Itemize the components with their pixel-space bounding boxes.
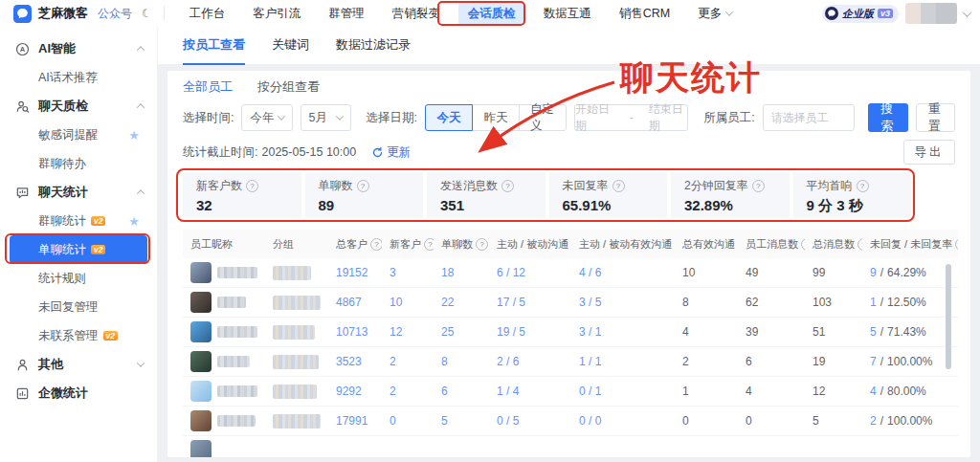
top-nav-marketing-fission[interactable]: 营销裂变 bbox=[383, 3, 450, 25]
avatar[interactable] bbox=[905, 3, 957, 24]
table-row[interactable]: 9292261 / 40 / 114124/80.00% bbox=[183, 377, 958, 407]
cell-staff_messages: 6 bbox=[738, 355, 805, 368]
table-row-partial[interactable] bbox=[183, 436, 958, 457]
help-icon[interactable]: ? bbox=[424, 238, 434, 251]
date-filter-label: 选择日期: bbox=[367, 110, 417, 126]
help-icon[interactable]: ? bbox=[857, 180, 869, 192]
date-shortcut-2[interactable]: 自定义 bbox=[519, 104, 567, 131]
export-button[interactable]: 导出 bbox=[903, 140, 955, 165]
table-row[interactable]: 3523282 / 61 / 126197/100.00% bbox=[183, 347, 958, 377]
date-shortcut-1[interactable]: 昨天 bbox=[472, 104, 520, 131]
avatar bbox=[190, 321, 212, 342]
chevron-down-icon bbox=[335, 112, 343, 120]
vertical-scrollbar[interactable] bbox=[946, 264, 951, 369]
top-nav-more[interactable]: 更多 bbox=[688, 3, 742, 25]
column-header-total-customers[interactable]: 总客户? bbox=[328, 237, 382, 252]
group-cell bbox=[265, 414, 328, 429]
staff-filter-label: 所属员工: bbox=[703, 110, 754, 126]
employee-stats-table: 员工昵称分组总客户?新客户?单聊数?主动 / 被动沟通?主动 / 被动有效沟通?… bbox=[183, 230, 955, 457]
avatar bbox=[190, 292, 212, 313]
column-header-single-chat-count[interactable]: 单聊数? bbox=[434, 237, 489, 252]
stat-value: 65.91% bbox=[563, 197, 655, 213]
table-row[interactable]: 4867102217 / 53 / 58621031/12.50% bbox=[183, 288, 958, 318]
sidebar-item-chat-statistics[interactable]: 聊天统计 bbox=[0, 178, 157, 207]
column-header-unreplied-and-rate[interactable]: 未回复 / 未回复率? bbox=[862, 237, 958, 252]
unreplied-rate: 100.00% bbox=[887, 355, 932, 368]
redacted-group bbox=[273, 385, 317, 399]
tab-data-filter-records[interactable]: 数据过滤记录 bbox=[336, 27, 411, 65]
column-header-total-message-count[interactable]: 总消息数? bbox=[805, 237, 862, 252]
staff-select-input[interactable]: 请选择员工 bbox=[763, 104, 856, 131]
sidebar-item-group-chat-stats[interactable]: 群聊统计v2★ bbox=[10, 207, 147, 235]
help-icon[interactable]: ? bbox=[246, 180, 258, 192]
cell-single_chats: 18 bbox=[434, 266, 489, 279]
month-select[interactable]: 5月 bbox=[301, 104, 351, 131]
sidebar-item-group-chat-todo[interactable]: 群聊待办 bbox=[10, 149, 147, 178]
favorite-star-icon[interactable]: ★ bbox=[128, 215, 140, 228]
table-row[interactable]: 191523186 / 124 / 61049999/64.29% bbox=[183, 258, 958, 288]
date-range-input[interactable]: 开始日期 - 结束日期 bbox=[574, 104, 688, 131]
sidebar-item-statistics-rules[interactable]: 统计规则 bbox=[10, 264, 147, 293]
stat-card-avg-first-response: 平均首响?9 分 3 秒 bbox=[793, 172, 912, 218]
column-header-employee-message-count[interactable]: 员工消息数? bbox=[738, 237, 805, 252]
year-select[interactable]: 今年 bbox=[241, 104, 292, 131]
top-nav-group-management[interactable]: 群管理 bbox=[319, 3, 374, 25]
chat-stats-icon bbox=[15, 186, 30, 200]
help-icon[interactable]: ? bbox=[501, 180, 514, 192]
top-nav-customer-acquisition[interactable]: 客户引流 bbox=[243, 3, 310, 25]
sidebar-item-chat-quality-check[interactable]: 聊天质检 bbox=[0, 92, 157, 121]
column-header-new-customers[interactable]: 新客户? bbox=[382, 237, 434, 252]
column-header-active-passive-communication[interactable]: 主动 / 被动沟通? bbox=[489, 237, 571, 252]
employee-cell bbox=[183, 410, 265, 431]
column-label: 分组 bbox=[273, 237, 294, 252]
sidebar-item-label: 统计规则 bbox=[38, 271, 86, 287]
sidebar-item-wecom-statistics[interactable]: 企微统计 bbox=[0, 379, 157, 407]
sidebar-item-sensitive-word-reminder[interactable]: 敏感词提醒★ bbox=[10, 121, 147, 149]
help-icon[interactable]: ? bbox=[370, 238, 382, 251]
sidebar-item-ai-intelligence[interactable]: AAI智能 bbox=[0, 34, 157, 63]
column-header-employee-nickname[interactable]: 员工昵称 bbox=[183, 237, 265, 252]
tab-keywords[interactable]: 关键词 bbox=[272, 27, 309, 65]
sidebar-item-others[interactable]: 其他 bbox=[0, 350, 157, 379]
help-icon[interactable]: ? bbox=[752, 180, 765, 192]
top-nav-data-interchange[interactable]: 数据互通 bbox=[534, 3, 601, 25]
sidebar-item-single-chat-stats[interactable]: 单聊统计v2 bbox=[10, 235, 147, 264]
cell-new_customers: 2 bbox=[382, 385, 434, 398]
column-header-active-passive-valid-communication[interactable]: 主动 / 被动有效沟通? bbox=[571, 237, 675, 252]
column-header-total-valid-communication[interactable]: 总有效沟通? bbox=[675, 237, 738, 252]
cell-unreplied-rate: 5/71.43% bbox=[862, 325, 958, 339]
help-icon[interactable]: ? bbox=[612, 180, 625, 192]
dark-mode-icon[interactable]: ☾ bbox=[142, 7, 152, 20]
sidebar-item-label: AI话术推荐 bbox=[38, 70, 98, 86]
topbar-right: 企业版 v3 bbox=[822, 3, 970, 24]
tab-view-by-employee[interactable]: 按员工查看 bbox=[183, 27, 245, 65]
help-icon[interactable]: ? bbox=[357, 180, 369, 192]
sidebar-item-ai-script-recommend[interactable]: AI话术推荐 bbox=[10, 63, 147, 92]
column-header-group[interactable]: 分组 bbox=[265, 237, 328, 252]
unreplied-rate: 71.43% bbox=[887, 325, 926, 339]
brand-tag[interactable]: 公众号 bbox=[98, 6, 132, 22]
refresh-control[interactable]: 更新 bbox=[371, 144, 411, 161]
help-icon[interactable]: ? bbox=[955, 238, 958, 251]
sidebar-item-uncontacted-management[interactable]: 未联系管理v2 bbox=[10, 321, 147, 350]
reset-button[interactable]: 重置 bbox=[916, 103, 955, 132]
cell-valid_active_passive: 1 / 1 bbox=[571, 355, 675, 368]
sidebar-item-unreplied-management[interactable]: 未回复管理 bbox=[10, 293, 147, 321]
stats-row: 新客户数?32单聊数?89发送消息数?351未回复率?65.91%2分钟回复率?… bbox=[183, 172, 911, 218]
cell-total_messages: 19 bbox=[805, 355, 862, 368]
favorite-star-icon[interactable]: ★ bbox=[128, 129, 140, 142]
date-shortcut-0[interactable]: 今天 bbox=[425, 104, 473, 131]
subtab-all-employees[interactable]: 全部员工 bbox=[183, 78, 233, 96]
chevron-down-icon[interactable] bbox=[963, 8, 972, 17]
app: 芝麻微客 公众号 ☾ 工作台客户引流群管理营销裂变会话质检数据互通销售CRM更多… bbox=[0, 0, 980, 462]
help-icon[interactable]: ? bbox=[476, 238, 488, 251]
subtab-view-by-group[interactable]: 按分组查看 bbox=[257, 78, 320, 96]
top-nav-workbench[interactable]: 工作台 bbox=[180, 3, 235, 25]
top-nav-sales-crm[interactable]: 销售CRM bbox=[610, 3, 679, 25]
cell-total_customers: 17991 bbox=[328, 414, 382, 428]
table-row[interactable]: 17991050 / 50 / 00052/100.00% bbox=[183, 407, 958, 436]
top-nav-session-quality-check[interactable]: 会话质检 bbox=[458, 3, 525, 25]
table-row[interactable]: 10713122519 / 53 / 1439515/71.43% bbox=[183, 318, 958, 347]
search-button[interactable]: 搜索 bbox=[868, 103, 908, 132]
avatar bbox=[190, 381, 212, 402]
